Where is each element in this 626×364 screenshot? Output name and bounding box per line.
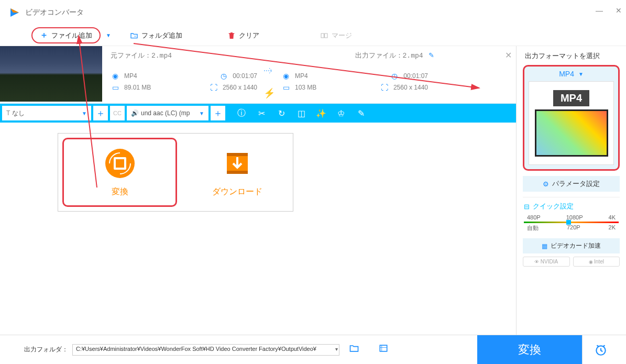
folder-icon: ▭	[281, 83, 291, 92]
speaker-icon: 🔊	[131, 109, 139, 117]
add-file-label: ファイル追加	[51, 31, 92, 40]
hw-accel-label: ビデオカード加速	[551, 241, 601, 250]
audio-selector[interactable]: 🔊 und aac (LC) (mp ▼	[127, 106, 208, 120]
param-settings-label: パラメータ設定	[552, 179, 600, 189]
clear-label: クリア	[239, 31, 259, 40]
svg-rect-9	[380, 345, 387, 351]
rename-icon[interactable]: ✎	[429, 51, 434, 59]
clock-icon: ◷	[390, 72, 399, 80]
target-duration: 00:01:07	[403, 72, 428, 80]
subtitle-selector[interactable]: T なし ▼	[2, 106, 91, 120]
main-toolbar: ＋ ファイル追加 ▼ + フォルダ追加 クリア マージ	[0, 25, 626, 46]
output-file-name: 2.mp4	[403, 52, 423, 60]
add-folder-label: フォルダ追加	[141, 31, 182, 40]
download-mode-label: ダウンロード	[212, 186, 262, 197]
quick-settings-title: ⊟ クイック設定	[524, 202, 619, 211]
info-tool-icon[interactable]: ⓘ	[233, 106, 250, 120]
svg-text:+: +	[134, 35, 136, 38]
quick-icon: ⊟	[524, 203, 530, 211]
close-icon[interactable]: ✕	[616, 6, 622, 15]
quality-labels-bottom: 自動 720P 2K	[524, 224, 619, 232]
source-format: MP4	[124, 72, 137, 80]
add-subtitle-button[interactable]: ＋	[93, 106, 108, 120]
source-resolution: 2560 x 1440	[223, 84, 257, 91]
trash-icon	[227, 31, 236, 40]
convert-button[interactable]: 変換	[477, 335, 582, 365]
source-file-name: 2.mp4	[151, 52, 172, 60]
edit-tool-icon[interactable]: ✎	[352, 106, 370, 120]
title-bar: ビデオコンバータ — ✕	[0, 0, 626, 25]
app-title: ビデオコンバータ	[25, 8, 84, 17]
add-file-button[interactable]: ＋ ファイル追加	[31, 27, 101, 43]
output-format-selector[interactable]: MP4 ▼ MP4	[523, 65, 620, 171]
output-format-title: 出力フォーマットを選択	[523, 51, 620, 61]
mode-card-group: 変換 ダウンロード	[58, 133, 293, 212]
alarm-clock-icon	[594, 343, 608, 357]
output-folder-label: 出力フォルダ：	[24, 345, 68, 354]
source-duration: 00:01:07	[233, 72, 257, 80]
clear-button[interactable]: クリア	[222, 29, 265, 42]
bottom-bar: 出力フォルダ： C:¥Users¥Administrator¥Videos¥Wo…	[0, 335, 626, 364]
add-folder-button[interactable]: + フォルダ追加	[125, 29, 188, 42]
nvidia-logo: 👁 NVIDIA	[523, 257, 570, 267]
subtitle-value: なし	[12, 109, 25, 118]
add-audio-button[interactable]: ＋	[211, 106, 225, 120]
chevron-down-icon: ▼	[82, 111, 87, 116]
parameter-settings-button[interactable]: ⚙ パラメータ設定	[523, 176, 620, 192]
quality-labels-top: 480P 1080P 4K	[524, 214, 619, 220]
chevron-down-icon: ▼	[199, 111, 204, 116]
crop-tool-icon[interactable]: ◫	[292, 106, 310, 120]
format-icon: ◉	[281, 72, 291, 80]
cc-button[interactable]: CC	[110, 106, 125, 120]
filmstrip-thumbnail	[535, 109, 608, 157]
target-format: MP4	[295, 72, 308, 80]
target-resolution: 2560 x 1440	[393, 84, 428, 91]
add-file-dropdown-icon[interactable]: ▼	[106, 32, 111, 38]
right-panel: 出力フォーマットを選択 MP4 ▼ MP4 ⚙ パラメータ設定 ⊟	[516, 46, 626, 344]
chevron-down-icon[interactable]: ▾	[335, 346, 338, 352]
output-path-input[interactable]: C:¥Users¥Administrator¥Videos¥WonderFox …	[72, 344, 339, 356]
resolution-icon: ⛶	[209, 83, 218, 92]
open-output-icon[interactable]	[378, 343, 389, 356]
watermark-tool-icon[interactable]: ♔	[332, 106, 350, 120]
minimize-icon[interactable]: —	[596, 6, 603, 15]
merge-icon	[320, 31, 328, 40]
schedule-button[interactable]	[582, 335, 619, 365]
chevron-down-icon: ▼	[578, 71, 584, 77]
source-file-label: 元ファイル：	[111, 52, 151, 60]
source-size: 89.01 MB	[124, 84, 151, 91]
merge-label: マージ	[332, 31, 352, 40]
remove-file-button[interactable]: ✕	[505, 50, 512, 60]
clock-icon: ◷	[219, 72, 228, 80]
quality-slider[interactable]	[524, 222, 619, 223]
convert-button-label: 変換	[518, 342, 541, 358]
settings-icon: ⚙	[543, 180, 549, 188]
resolution-icon: ⛶	[380, 83, 389, 92]
intel-logo: ◉ Intel	[573, 257, 620, 267]
video-thumbnail[interactable]	[0, 46, 102, 102]
convert-mode-card[interactable]: 変換	[62, 138, 177, 207]
hw-accel-button[interactable]: ▦ ビデオカード加速	[523, 238, 620, 253]
merge-button[interactable]: マージ	[315, 29, 357, 42]
svg-rect-8	[227, 171, 248, 174]
format-preview: MP4	[529, 81, 614, 165]
convert-mode-label: 変換	[112, 186, 128, 197]
cut-tool-icon[interactable]: ✂	[252, 106, 270, 120]
plus-icon: ＋	[40, 30, 48, 41]
output-file-label: 出力ファイル：	[355, 52, 403, 60]
folder-icon: ▭	[111, 83, 120, 92]
rotate-tool-icon[interactable]: ↻	[272, 106, 290, 120]
mp4-badge: MP4	[553, 90, 589, 106]
svg-rect-2	[325, 34, 327, 38]
convert-mode-icon	[104, 148, 136, 179]
target-size: 103 MB	[295, 84, 316, 91]
bolt-icon: ⚡	[261, 87, 277, 99]
format-name: MP4	[559, 70, 574, 78]
svg-rect-7	[227, 153, 248, 156]
download-mode-card[interactable]: ダウンロード	[181, 134, 293, 211]
effects-tool-icon[interactable]: ✨	[312, 106, 330, 120]
text-icon: T	[6, 109, 10, 117]
browse-folder-icon[interactable]	[349, 343, 359, 356]
edit-toolbar: T なし ▼ ＋ CC 🔊 und aac (LC) (mp ▼ ＋ ⓘ ✂ ↻…	[0, 104, 516, 123]
chip-icon: ▦	[542, 242, 547, 250]
